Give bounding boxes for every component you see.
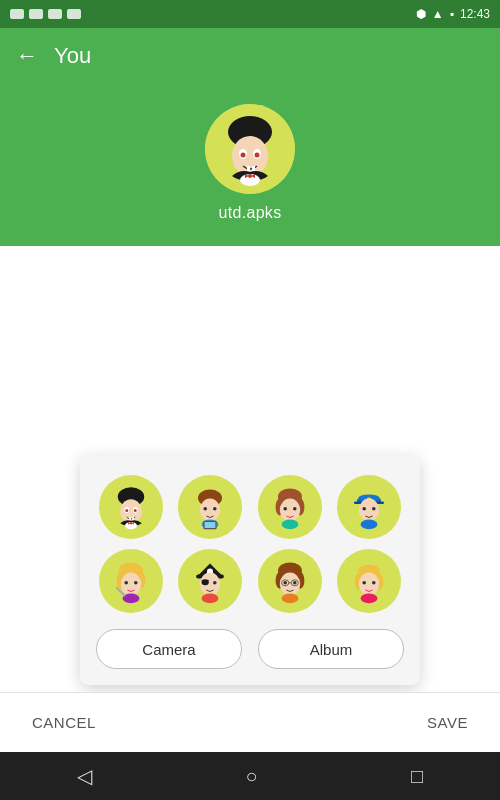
avatar-option-girl-orange[interactable] [258, 549, 322, 613]
svg-point-27 [130, 522, 132, 524]
svg-point-32 [213, 507, 217, 511]
svg-point-21 [133, 509, 136, 512]
svg-point-13 [248, 174, 252, 178]
avatar-option-dracula[interactable] [99, 475, 163, 539]
svg-point-80 [283, 581, 287, 585]
battery-icon: ▪ [450, 7, 454, 21]
profile-avatar[interactable] [205, 104, 295, 194]
avatar-option-girl-teal[interactable] [258, 475, 322, 539]
time: 12:43 [460, 7, 490, 21]
album-button[interactable]: Album [258, 629, 404, 669]
profile-area: utd.apks [0, 84, 500, 246]
svg-rect-23 [132, 517, 134, 520]
svg-point-51 [372, 507, 376, 511]
svg-rect-9 [252, 166, 255, 171]
svg-point-73 [213, 581, 217, 585]
avatar-option-girl-pink[interactable] [337, 549, 401, 613]
notification-icon3 [48, 9, 62, 19]
avatar-picker-panel: Camera Album [80, 455, 420, 685]
svg-point-85 [281, 594, 298, 604]
notification-icon [10, 9, 24, 19]
svg-point-93 [363, 581, 367, 585]
wifi-icon: ▲ [432, 7, 444, 21]
avatar-grid [96, 475, 404, 613]
svg-point-20 [125, 509, 128, 512]
svg-point-49 [359, 499, 379, 522]
camera-button[interactable]: Camera [96, 629, 242, 669]
avatar-option-pirate[interactable] [178, 549, 242, 613]
svg-point-58 [124, 581, 128, 585]
bluetooth-icon: ⬢ [416, 7, 426, 21]
svg-point-94 [372, 581, 376, 585]
svg-point-40 [280, 499, 300, 522]
svg-point-43 [281, 520, 298, 530]
avatar-option-boy-cap[interactable] [337, 475, 401, 539]
svg-point-74 [202, 594, 219, 604]
svg-point-79 [280, 573, 300, 596]
nav-recents-icon[interactable]: □ [411, 765, 423, 788]
nav-home-icon[interactable]: ○ [245, 765, 257, 788]
svg-point-59 [134, 581, 138, 585]
svg-point-81 [293, 581, 297, 585]
svg-point-7 [255, 153, 260, 158]
avatar-option-boy-tablet[interactable] [178, 475, 242, 539]
bottom-action-bar: Cancel Save [0, 692, 500, 752]
status-right: ⬢ ▲ ▪ 12:43 [416, 7, 490, 21]
cancel-button[interactable]: Cancel [32, 714, 96, 731]
svg-rect-8 [247, 166, 250, 171]
svg-point-52 [361, 520, 378, 530]
notification-icon2 [29, 9, 43, 19]
page-title: You [54, 43, 91, 69]
svg-point-50 [363, 507, 367, 511]
svg-point-41 [283, 507, 287, 511]
svg-point-42 [293, 507, 297, 511]
picker-buttons: Camera Album [96, 629, 404, 669]
save-button[interactable]: Save [427, 714, 468, 731]
svg-point-57 [121, 573, 141, 596]
back-button[interactable]: ← [16, 45, 38, 67]
nav-back-icon[interactable]: ◁ [77, 764, 92, 788]
svg-rect-22 [129, 517, 131, 520]
header-bar: ← You [0, 28, 500, 84]
status-bar: ⬢ ▲ ▪ 12:43 [0, 0, 500, 28]
svg-point-30 [200, 499, 220, 522]
notification-icon4 [67, 9, 81, 19]
svg-point-92 [359, 573, 379, 596]
nav-bar: ◁ ○ □ [0, 752, 500, 800]
username-display: utd.apks [219, 204, 282, 222]
avatar-option-girl-blonde[interactable] [99, 549, 163, 613]
svg-point-95 [361, 594, 378, 604]
svg-rect-35 [205, 522, 216, 528]
svg-point-31 [204, 507, 208, 511]
svg-point-6 [241, 153, 246, 158]
status-icons-left [10, 9, 81, 19]
